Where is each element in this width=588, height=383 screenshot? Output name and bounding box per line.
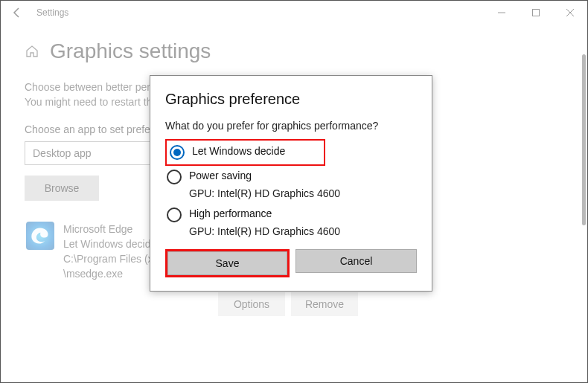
radio-icon — [167, 207, 182, 222]
graphics-preference-dialog: Graphics preference What do you prefer f… — [150, 75, 432, 292]
dropdown-value: Desktop app — [33, 147, 92, 159]
cancel-button[interactable]: Cancel — [295, 249, 417, 273]
radio-label: Let Windows decide — [192, 145, 285, 157]
close-button[interactable] — [553, 1, 587, 25]
window-controls — [485, 1, 587, 25]
svg-rect-1 — [533, 10, 540, 16]
maximize-button[interactable] — [519, 1, 553, 25]
dialog-question: What do you prefer for graphics performa… — [165, 120, 417, 132]
scrollbar-thumb[interactable] — [582, 54, 586, 225]
page-header: Graphics settings — [25, 39, 563, 63]
radio-power-saving[interactable]: Power saving — [165, 166, 417, 187]
back-icon[interactable] — [10, 5, 25, 20]
radio-label: High performance — [189, 207, 272, 219]
scrollbar-track[interactable] — [581, 25, 587, 382]
minimize-button[interactable] — [485, 1, 519, 25]
save-button[interactable]: Save — [167, 251, 287, 275]
radio-label: Power saving — [189, 170, 252, 181]
browse-button[interactable]: Browse — [25, 176, 99, 201]
dialog-title: Graphics preference — [165, 91, 417, 108]
power-saving-gpu: GPU: Intel(R) HD Graphics 4600 — [189, 187, 417, 199]
options-button[interactable]: Options — [218, 292, 285, 316]
highlight-annotation-option: Let Windows decide — [165, 139, 325, 166]
home-icon[interactable] — [25, 44, 39, 59]
remove-button[interactable]: Remove — [291, 292, 358, 316]
window-title: Settings — [36, 7, 68, 18]
radio-icon — [167, 170, 182, 184]
page-title: Graphics settings — [50, 39, 211, 63]
radio-icon — [170, 145, 185, 160]
high-performance-gpu: GPU: Intel(R) HD Graphics 4600 — [189, 225, 417, 237]
radio-let-windows-decide[interactable]: Let Windows decide — [168, 142, 322, 163]
edge-icon — [26, 222, 54, 250]
radio-high-performance[interactable]: High performance — [165, 204, 417, 225]
highlight-annotation-save: Save — [165, 249, 290, 277]
